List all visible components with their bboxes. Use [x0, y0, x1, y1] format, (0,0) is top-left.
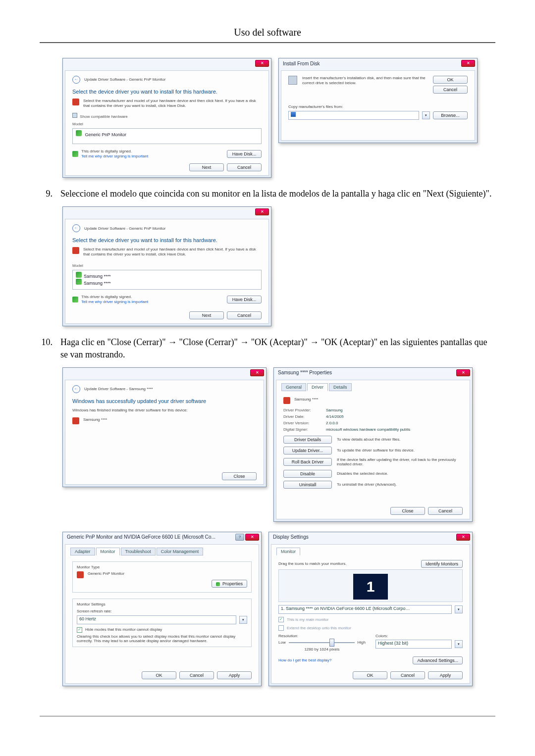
driver-details-button[interactable]: Driver Details [283, 436, 332, 444]
close-icon[interactable]: ✕ [456, 369, 470, 376]
ok-button[interactable]: OK [353, 671, 387, 679]
have-disk-button[interactable]: Have Disk... [227, 296, 262, 303]
label: Driver Date: [283, 414, 323, 419]
device-name: Samsung **** [294, 397, 318, 402]
back-icon[interactable]: ← [72, 385, 80, 393]
help-icon[interactable]: ? [235, 534, 244, 541]
update-driver-button[interactable]: Update Driver... [283, 447, 332, 454]
tab-monitor[interactable]: Monitor [276, 548, 300, 555]
identify-monitors-button[interactable]: Identify Monitors [421, 560, 463, 568]
tab-color[interactable]: Color Management [157, 548, 204, 555]
close-icon[interactable]: ✕ [456, 534, 470, 541]
chevron-down-icon[interactable]: ▾ [455, 640, 463, 648]
cancel-button[interactable]: Cancel [428, 507, 463, 515]
next-button[interactable]: Next [189, 163, 224, 171]
monitor-preview-icon[interactable]: 1 [353, 574, 388, 600]
install-text: Insert the manufacturer's installation d… [302, 76, 428, 85]
browse-button[interactable]: Browse... [433, 111, 468, 119]
disable-button[interactable]: Disable [283, 470, 332, 478]
window-heading: Select the device driver you want to ins… [72, 89, 262, 95]
monitor-settings-label: Monitor Settings [77, 602, 247, 607]
chevron-down-icon[interactable]: ▾ [422, 111, 430, 119]
driver-details-text: To view details about the driver files. [337, 437, 463, 442]
device-icon [283, 397, 290, 404]
model-item[interactable]: Samsung **** [84, 274, 111, 279]
resolution-label: Resolution: [278, 634, 366, 639]
value: 2.0.0.0 [326, 421, 338, 425]
ok-button[interactable]: OK [142, 671, 176, 679]
update-driver-text: To update the driver software for this d… [337, 448, 463, 453]
window-heading: Windows has successfully updated your dr… [72, 398, 257, 404]
model-item[interactable]: Samsung **** [84, 281, 111, 286]
ok-button[interactable]: OK [433, 76, 468, 84]
cancel-button[interactable]: Cancel [227, 311, 262, 319]
close-icon[interactable]: ✕ [255, 208, 269, 215]
close-icon[interactable]: ✕ [245, 534, 259, 541]
rollback-button[interactable]: Roll Back Driver [283, 458, 332, 466]
close-icon[interactable]: ✕ [250, 369, 264, 376]
checkbox-show-compatible[interactable] [72, 113, 77, 118]
cancel-button[interactable]: Cancel [227, 163, 262, 171]
uninstall-button[interactable]: Uninstall [283, 481, 332, 489]
checkbox-main-monitor[interactable]: ✓ [278, 617, 284, 622]
tab-adapter[interactable]: Adapter [70, 548, 95, 555]
refresh-rate-label: Screen refresh rate: [77, 609, 247, 614]
checkbox-hide-modes[interactable]: ✓ [77, 627, 82, 633]
slider-thumb-icon[interactable] [329, 639, 334, 647]
device-icon [72, 99, 79, 105]
close-icon[interactable]: ✕ [461, 60, 475, 67]
checkbox-extend[interactable] [278, 625, 284, 631]
window-update-driver-1: ✕ ← Update Driver Software - Generic PnP… [62, 58, 271, 178]
tab-details[interactable]: Details [329, 383, 352, 391]
divider-bottom [40, 716, 495, 716]
step-10: 10. Haga clic en "Close (Cerrar)" → "Clo… [40, 336, 495, 360]
value: microsoft windows hardware compatibility… [326, 427, 410, 432]
tab-monitor[interactable]: Monitor [96, 548, 120, 555]
cancel-button[interactable]: Cancel [433, 86, 468, 94]
model-listbox[interactable]: Generic PnP Monitor [72, 128, 262, 144]
apply-button[interactable]: Apply [217, 671, 252, 679]
best-display-link[interactable]: How do I get the best display? [278, 658, 410, 663]
copy-from-label: Copy manufacturer's files from: [288, 104, 468, 109]
step-text: Haga clic en "Close (Cerrar)" → "Close (… [60, 336, 495, 360]
model-listbox[interactable]: Samsung **** Samsung **** [72, 270, 262, 290]
colors-label: Colors: [375, 634, 463, 639]
have-disk-button[interactable]: Have Disk... [227, 150, 262, 158]
signing-link[interactable]: Tell me why driver signing is important [81, 300, 148, 304]
drag-icons-text: Drag the icons to match your monitors. [278, 561, 418, 566]
window-update-complete: ✕ ← Update Driver Software - Samsung ***… [62, 367, 267, 487]
window-title: Display Settings [273, 534, 309, 540]
breadcrumb: Update Driver Software - Generic PnP Mon… [84, 77, 165, 82]
advanced-settings-button[interactable]: Advanced Settings... [413, 656, 463, 664]
tab-driver[interactable]: Driver [307, 383, 328, 391]
device-name: Samsung **** [83, 417, 107, 422]
disk-icon [288, 76, 297, 85]
monitor-select[interactable]: 1. Samsung **** on NVIDIA GeForce 6600 L… [278, 605, 452, 614]
back-icon[interactable]: ← [72, 76, 80, 84]
cancel-button[interactable]: Cancel [390, 671, 425, 679]
copy-from-field[interactable] [288, 111, 419, 120]
close-button[interactable]: Close [390, 507, 425, 515]
signing-link[interactable]: Tell me why driver signing is important [81, 154, 148, 159]
back-icon[interactable]: ← [72, 224, 80, 232]
refresh-rate-select[interactable]: 60 Hertz [77, 615, 236, 624]
close-icon[interactable]: ✕ [255, 60, 269, 67]
cancel-button[interactable]: Cancel [179, 671, 214, 679]
colors-select[interactable]: Highest (32 bit) [375, 640, 452, 649]
resolution-slider[interactable] [289, 642, 355, 643]
label: Driver Version: [283, 421, 323, 425]
device-icon [72, 417, 79, 424]
tab-general[interactable]: General [281, 383, 306, 391]
step-number: 9. [40, 188, 53, 200]
close-button[interactable]: Close [222, 472, 257, 480]
apply-button[interactable]: Apply [428, 671, 463, 679]
label-model: Model [72, 122, 262, 126]
slider-low: Low [278, 640, 286, 645]
tab-troubleshoot[interactable]: Troubleshoot [121, 548, 156, 555]
model-item[interactable]: Generic PnP Monitor [85, 132, 126, 137]
properties-button[interactable]: Properties [212, 580, 247, 588]
chevron-down-icon[interactable]: ▾ [455, 605, 463, 613]
page-title: Uso del software [40, 27, 495, 38]
chevron-down-icon[interactable]: ▾ [239, 616, 247, 624]
next-button[interactable]: Next [189, 311, 224, 319]
